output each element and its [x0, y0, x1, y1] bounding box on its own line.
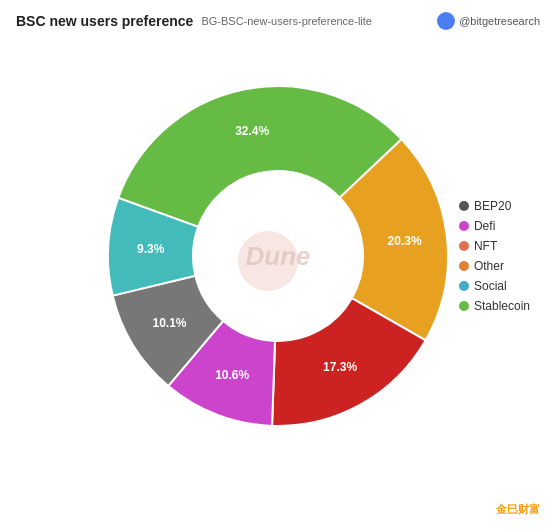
legend-label: NFT: [474, 239, 497, 253]
chart-subtitle: BG-BSC-new-users-preference-lite: [201, 15, 372, 27]
donut-chart: 32.4%20.3%17.3%10.6%10.1%9.3% Dune: [88, 66, 468, 446]
header: BSC new users preference BG-BSC-new-user…: [16, 12, 540, 30]
legend: BEP20 Defi NFT Other Social Stablecoin: [459, 199, 530, 313]
segment-label: 17.3%: [323, 360, 357, 374]
legend-color-dot: [459, 201, 469, 211]
legend-label: BEP20: [474, 199, 511, 213]
legend-item: Stablecoin: [459, 299, 530, 313]
legend-color-dot: [459, 221, 469, 231]
segment-label: 32.4%: [235, 124, 269, 138]
brand-icon: [437, 12, 455, 30]
legend-color-dot: [459, 261, 469, 271]
chart-title: BSC new users preference: [16, 13, 193, 29]
segment-label: 20.3%: [388, 234, 422, 248]
legend-label: Social: [474, 279, 507, 293]
main-container: BSC new users preference BG-BSC-new-user…: [0, 0, 556, 529]
legend-color-dot: [459, 301, 469, 311]
legend-color-dot: [459, 241, 469, 251]
legend-label: Other: [474, 259, 504, 273]
brand-info: @bitgetresearch: [437, 12, 540, 30]
legend-item: NFT: [459, 239, 530, 253]
legend-item: Social: [459, 279, 530, 293]
legend-item: Defi: [459, 219, 530, 233]
legend-color-dot: [459, 281, 469, 291]
segment-label: 9.3%: [137, 242, 165, 256]
legend-label: Stablecoin: [474, 299, 530, 313]
legend-label: Defi: [474, 219, 495, 233]
bottom-watermark: 金巳财富: [496, 502, 540, 517]
svg-point-1: [238, 231, 298, 291]
donut-svg: 32.4%20.3%17.3%10.6%10.1%9.3%: [88, 66, 468, 446]
brand-label: @bitgetresearch: [459, 15, 540, 27]
chart-area: 32.4%20.3%17.3%10.6%10.1%9.3% Dune BEP20…: [16, 36, 540, 476]
segment-label: 10.6%: [215, 368, 249, 382]
legend-item: BEP20: [459, 199, 530, 213]
segment-label: 10.1%: [152, 316, 186, 330]
legend-item: Other: [459, 259, 530, 273]
